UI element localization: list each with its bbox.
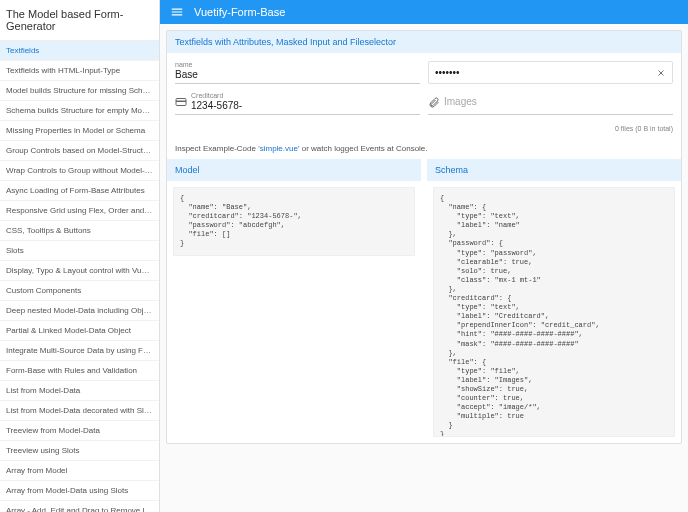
creditcard-label: Creditcard: [191, 92, 420, 99]
nav-item[interactable]: Responsive Grid using Flex, Order and Of…: [0, 201, 159, 221]
file-field[interactable]: Images: [428, 92, 673, 115]
nav-item[interactable]: Array from Model: [0, 461, 159, 481]
nav-item[interactable]: List from Model-Data: [0, 381, 159, 401]
nav-item[interactable]: Schema builds Structure for empty Model-…: [0, 101, 159, 121]
inspect-suffix: or watch logged Events at Console.: [299, 144, 427, 153]
file-placeholder: Images: [444, 96, 477, 108]
content: Textfields with Attributes, Masked Input…: [160, 24, 688, 512]
svg-rect-1: [176, 101, 186, 103]
nav-item[interactable]: Async Loading of Form-Base Attributes: [0, 181, 159, 201]
schema-column: Schema { "name": { "type": "text", "labe…: [427, 159, 681, 443]
nav-item[interactable]: Treeview from Model-Data: [0, 421, 159, 441]
credit-card-icon: [175, 96, 187, 108]
nav-item[interactable]: Integrate Multi-Source Data by using For…: [0, 341, 159, 361]
nav-item[interactable]: Textfields: [0, 41, 159, 61]
form-card: Textfields with Attributes, Masked Input…: [166, 30, 682, 444]
nav-item[interactable]: Group Controls based on Model-Structure: [0, 141, 159, 161]
password-value: •••••••: [435, 67, 652, 79]
name-field[interactable]: name Base: [175, 61, 420, 84]
inspect-link[interactable]: 'simple.vue': [258, 144, 299, 153]
nav-item[interactable]: Deep nested Model-Data including Objects…: [0, 301, 159, 321]
nav-item[interactable]: Slots: [0, 241, 159, 261]
appbar: Vuetify-Form-Base: [160, 0, 688, 24]
schema-header: Schema: [427, 159, 681, 181]
inspect-prefix: Inspect Example-Code: [175, 144, 258, 153]
nav-item[interactable]: Array - Add, Edit and Drag to Remove Ite…: [0, 501, 159, 512]
model-column: Model { "name": "Base", "creditcard": "1…: [167, 159, 421, 443]
model-code: { "name": "Base", "creditcard": "1234-56…: [173, 187, 415, 256]
nav-item[interactable]: CSS, Tooltips & Buttons: [0, 221, 159, 241]
clear-icon[interactable]: [652, 68, 666, 78]
main: Vuetify-Form-Base Textfields with Attrib…: [160, 0, 688, 512]
nav-item[interactable]: Form-Base with Rules and Validation: [0, 361, 159, 381]
nav-item[interactable]: Wrap Controls to Group without Model-Str…: [0, 161, 159, 181]
section-title: Textfields with Attributes, Masked Input…: [167, 31, 681, 53]
nav-list: TextfieldsTextfields with HTML-Input-Typ…: [0, 41, 159, 512]
schema-code: { "name": { "type": "text", "label": "na…: [433, 187, 675, 437]
file-status: 0 files (0 B in total): [167, 123, 681, 138]
nav-item[interactable]: Textfields with HTML-Input-Type: [0, 61, 159, 81]
nav-item[interactable]: Display, Typo & Layout control with Vuet…: [0, 261, 159, 281]
nav-item[interactable]: Custom Components: [0, 281, 159, 301]
nav-item[interactable]: Array from Model-Data using Slots: [0, 481, 159, 501]
attachment-icon: [428, 96, 440, 108]
creditcard-field[interactable]: Creditcard 1234-5678-: [175, 92, 420, 115]
appbar-title: Vuetify-Form-Base: [194, 6, 285, 18]
sidebar: The Model based Form-Generator Textfield…: [0, 0, 160, 512]
name-label: name: [175, 61, 420, 68]
name-value: Base: [175, 69, 420, 81]
creditcard-value: 1234-5678-: [191, 100, 420, 112]
password-field[interactable]: •••••••: [428, 61, 673, 84]
nav-item[interactable]: Model builds Structure for missing Schem…: [0, 81, 159, 101]
nav-item[interactable]: Partial & Linked Model-Data Object: [0, 321, 159, 341]
sidebar-title: The Model based Form-Generator: [0, 0, 159, 41]
nav-item[interactable]: Treeview using Slots: [0, 441, 159, 461]
model-header: Model: [167, 159, 421, 181]
menu-icon[interactable]: [170, 5, 184, 19]
inspect-bar: Inspect Example-Code 'simple.vue' or wat…: [167, 138, 681, 159]
nav-item[interactable]: Missing Properties in Model or Schema: [0, 121, 159, 141]
nav-item[interactable]: List from Model-Data decorated with Slot…: [0, 401, 159, 421]
